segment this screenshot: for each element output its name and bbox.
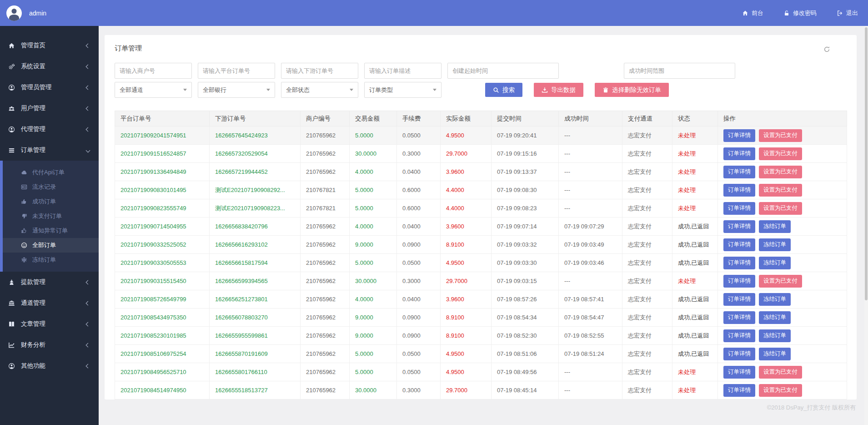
order-detail-button[interactable]: 订单详情 xyxy=(723,366,755,379)
order-detail-button[interactable]: 订单详情 xyxy=(723,348,755,360)
order-detail-button[interactable]: 订单详情 xyxy=(723,275,755,288)
order-detail-button[interactable]: 订单详情 xyxy=(723,257,755,269)
sidebar-item-agent-manage[interactable]: 代理管理 xyxy=(0,119,99,140)
filter-input-2[interactable] xyxy=(281,63,358,79)
order-detail-button[interactable]: 订单详情 xyxy=(723,129,755,142)
order-detail-button[interactable]: 订单详情 xyxy=(723,293,755,306)
fee: 0.0400 xyxy=(397,290,441,309)
main-content: 订单管理 全部通道全部银行全部状态订单类型搜索导出数据选择删除无效订单 平台订单… xyxy=(105,35,857,412)
search-icon xyxy=(493,87,499,93)
status-text: 未处理 xyxy=(672,163,718,181)
freeze-order-button[interactable]: 冻结订单 xyxy=(759,348,791,360)
sidebar-item-order-manage[interactable]: 订单管理 xyxy=(0,140,99,161)
set-paid-button[interactable]: 设置为已支付 xyxy=(759,275,802,288)
set-paid-button[interactable]: 设置为已支付 xyxy=(759,166,802,178)
sidebar-item-article-manage[interactable]: 文章管理 xyxy=(0,314,99,334)
chevron-left-icon xyxy=(86,43,90,48)
filter-select-2[interactable]: 全部状态 xyxy=(281,82,358,98)
status-text: 未处理 xyxy=(672,126,718,145)
set-paid-button[interactable]: 设置为已支付 xyxy=(759,184,802,197)
sidebar-subitem-api-orders[interactable]: 代付Api订单 xyxy=(3,165,99,180)
column-header-5: 实际金额 xyxy=(441,111,492,126)
set-paid-button[interactable]: 设置为已支付 xyxy=(759,129,802,142)
filter-input-1[interactable] xyxy=(198,63,275,79)
username: admin xyxy=(29,10,46,17)
success-time: --- xyxy=(559,163,622,181)
filter-input-0[interactable] xyxy=(115,63,192,79)
refresh-icon[interactable] xyxy=(823,46,830,53)
page-scrollbar[interactable] xyxy=(864,26,868,425)
order-detail-button[interactable]: 订单详情 xyxy=(723,311,755,324)
set-paid-button[interactable]: 设置为已支付 xyxy=(759,202,802,215)
platform-order-no: 20210719090830101495 xyxy=(115,181,210,199)
sidebar-subitem-all-orders[interactable]: 全部订单 xyxy=(3,238,99,253)
sidebar-subitem-unpaid-orders[interactable]: 未支付订单 xyxy=(3,209,99,223)
search-button[interactable]: 搜索 xyxy=(485,83,522,97)
sidebar-item-other-functions[interactable]: 其他功能 xyxy=(0,355,99,376)
filter-input-4[interactable] xyxy=(447,63,559,79)
topbar-link-frontend[interactable]: 前台 xyxy=(742,9,763,17)
set-paid-button[interactable]: 设置为已支付 xyxy=(759,384,802,397)
downstream-order-no: 1626656616293102 xyxy=(210,236,301,254)
set-paid-button[interactable]: 设置为已支付 xyxy=(759,366,802,379)
success-time: --- xyxy=(559,381,622,400)
topbar-link-logout[interactable]: 退出 xyxy=(837,9,858,17)
downstream-order-no: 测试E202107190908223... xyxy=(210,199,301,218)
cloud-icon xyxy=(21,169,27,176)
select-value: 订单类型 xyxy=(369,86,393,94)
actions-cell: 订单详情设置为已支付 xyxy=(718,272,847,290)
sidebar-item-admin-manage[interactable]: 管理员管理 xyxy=(0,77,99,98)
downstream-order-no: 1626656251273801 xyxy=(210,290,301,309)
sidebar-item-channel-manage[interactable]: 通道管理 xyxy=(0,293,99,314)
sidebar-subitem-notify-error-orders[interactable]: 通知异常订单 xyxy=(3,223,99,238)
success-time: --- xyxy=(559,363,622,381)
home-icon xyxy=(742,10,748,16)
order-detail-button[interactable]: 订单详情 xyxy=(723,147,755,160)
filter-select-1[interactable]: 全部银行 xyxy=(198,82,275,98)
gears-icon xyxy=(8,63,15,70)
freeze-order-button[interactable]: 冻结订单 xyxy=(759,311,791,324)
freeze-order-button[interactable]: 冻结订单 xyxy=(759,238,791,251)
order-detail-button[interactable]: 订单详情 xyxy=(723,384,755,397)
sidebar-item-system-settings[interactable]: 系统设置 xyxy=(0,56,99,77)
sidebar-subitem-frozen-orders[interactable]: 冻结订单 xyxy=(3,253,99,267)
sidebar-item-user-manage[interactable]: 用户管理 xyxy=(0,98,99,119)
freeze-order-button[interactable]: 冻结订单 xyxy=(759,329,791,342)
freeze-order-button[interactable]: 冻结订单 xyxy=(759,293,791,306)
sidebar-item-finance-analysis[interactable]: 财务分析 xyxy=(0,334,99,355)
freeze-order-button[interactable]: 冻结订单 xyxy=(759,220,791,233)
filter-selects-row: 全部通道全部银行全部状态订单类型搜索导出数据选择删除无效订单 xyxy=(115,82,847,98)
table-row: 20210719090823555749测试E202107190908223..… xyxy=(115,199,847,218)
status-text: 未处理 xyxy=(672,181,718,199)
order-detail-button[interactable]: 订单详情 xyxy=(723,166,755,178)
order-detail-button[interactable]: 订单详情 xyxy=(723,238,755,251)
sidebar-item-dashboard[interactable]: 管理首页 xyxy=(0,35,99,56)
trade-amount: 5.0000 xyxy=(350,254,397,272)
set-paid-button[interactable]: 设置为已支付 xyxy=(759,147,802,160)
filter-inputs-row xyxy=(115,63,847,79)
filter-select-0[interactable]: 全部通道 xyxy=(115,82,192,98)
export-data-button[interactable]: 导出数据 xyxy=(534,83,583,97)
actions-cell: 订单详情冻结订单 xyxy=(718,218,847,236)
platform-order-no: 20210719090315515450 xyxy=(115,272,210,290)
sidebar-subitem-flow-records[interactable]: 流水记录 xyxy=(3,180,99,194)
topbar-link-change-password[interactable]: 修改密码 xyxy=(783,9,817,17)
actual-amount: 4.9500 xyxy=(441,126,492,145)
order-detail-button[interactable]: 订单详情 xyxy=(723,329,755,342)
sidebar-item-withdraw-manage[interactable]: 提款管理 xyxy=(0,272,99,293)
order-detail-button[interactable]: 订单详情 xyxy=(723,220,755,233)
status-text: 成功,已返回 xyxy=(672,290,718,309)
actions-cell: 订单详情冻结订单 xyxy=(718,345,847,363)
avatar[interactable] xyxy=(6,5,22,21)
scrollbar-thumb[interactable] xyxy=(865,27,868,300)
filter-input-5[interactable] xyxy=(624,63,735,79)
sidebar-subitem-success-orders[interactable]: 成功订单 xyxy=(3,194,99,209)
pay-channel: 志宏支付 xyxy=(622,181,672,199)
freeze-order-button[interactable]: 冻结订单 xyxy=(759,257,791,269)
filter-input-3[interactable] xyxy=(364,63,442,79)
order-detail-button[interactable]: 订单详情 xyxy=(723,184,755,197)
delete-invalid-button[interactable]: 选择删除无效订单 xyxy=(595,83,669,97)
filter-select-3[interactable]: 订单类型 xyxy=(364,82,442,98)
order-detail-button[interactable]: 订单详情 xyxy=(723,202,755,215)
downstream-order-no: 测试E202107190908292... xyxy=(210,181,301,199)
